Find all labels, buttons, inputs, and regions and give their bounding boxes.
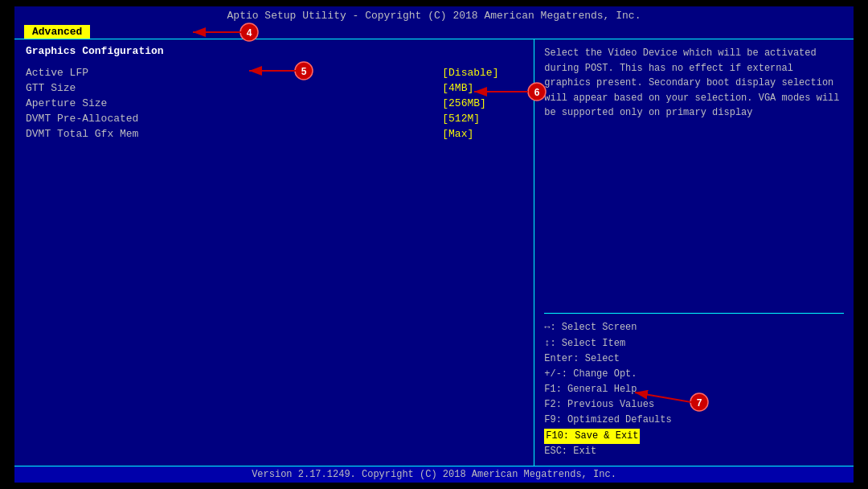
key-select-screen: ↔: Select Screen bbox=[544, 320, 844, 335]
dvmt-pre-value: [512M] bbox=[442, 113, 522, 125]
dvmt-total-value: [Max] bbox=[442, 128, 522, 140]
main-content: Graphics Configuration Active LFP [Disab… bbox=[14, 39, 854, 466]
key-enter: Enter: Select bbox=[544, 351, 844, 367]
menu-item-active-lfp[interactable]: Active LFP [Disable] bbox=[23, 66, 526, 80]
dvmt-pre-label: DVMT Pre-Allocated bbox=[26, 113, 138, 125]
key-shortcuts: ↔: Select Screen ↕: Select Item Enter: S… bbox=[544, 320, 844, 459]
key-esc: ESC: Exit bbox=[544, 444, 844, 459]
menu-item-dvmt-total[interactable]: DVMT Total Gfx Mem [Max] bbox=[23, 127, 526, 141]
aperture-size-value: [256MB] bbox=[442, 97, 522, 109]
key-f2: F2: Previous Values bbox=[544, 397, 844, 413]
status-text: Version 2.17.1249. Copyright (C) 2018 Am… bbox=[252, 469, 616, 480]
help-text: Select the Video Device which will be ac… bbox=[544, 46, 844, 121]
bios-screen: Aptio Setup Utility - Copyright (C) 2018… bbox=[14, 6, 854, 483]
status-bar: Version 2.17.1249. Copyright (C) 2018 Am… bbox=[14, 466, 854, 483]
gtt-size-value: [4MB] bbox=[442, 82, 522, 94]
key-select-item: ↕: Select Item bbox=[544, 336, 844, 351]
title-bar: Aptio Setup Utility - Copyright (C) 2018… bbox=[14, 6, 854, 23]
menu-item-gtt-size[interactable]: GTT Size [4MB] bbox=[23, 81, 526, 95]
left-panel: Graphics Configuration Active LFP [Disab… bbox=[14, 39, 534, 466]
tab-bar: Advanced bbox=[14, 23, 854, 39]
key-f9: F9: Optimized Defaults bbox=[544, 413, 844, 428]
gtt-size-label: GTT Size bbox=[26, 82, 76, 94]
menu-item-dvmt-pre[interactable]: DVMT Pre-Allocated [512M] bbox=[23, 112, 526, 125]
title-text: Aptio Setup Utility - Copyright (C) 2018… bbox=[227, 10, 641, 22]
key-f10[interactable]: F10: Save & Exit bbox=[544, 429, 640, 444]
right-panel: Select the Video Device which will be ac… bbox=[534, 39, 854, 466]
key-f1: F1: General Help bbox=[544, 382, 844, 397]
key-change-opt: +/-: Change Opt. bbox=[544, 367, 844, 382]
tab-advanced[interactable]: Advanced bbox=[24, 25, 90, 39]
active-lfp-label: Active LFP bbox=[26, 67, 88, 79]
dvmt-total-label: DVMT Total Gfx Mem bbox=[26, 128, 138, 140]
active-lfp-value: [Disable] bbox=[442, 67, 522, 79]
divider bbox=[544, 313, 844, 314]
aperture-size-label: Aperture Size bbox=[26, 97, 107, 109]
menu-item-aperture-size[interactable]: Aperture Size [256MB] bbox=[23, 97, 526, 110]
section-header: Graphics Configuration bbox=[23, 44, 526, 58]
